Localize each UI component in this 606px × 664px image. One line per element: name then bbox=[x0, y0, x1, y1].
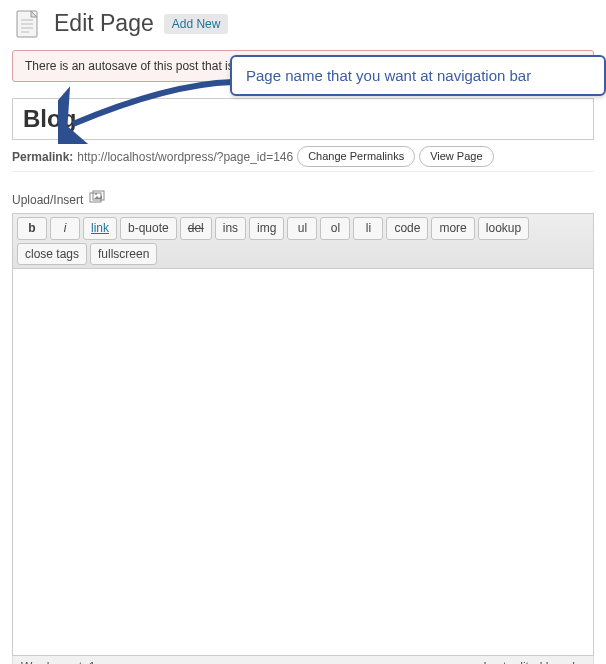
qt-more-button[interactable]: more bbox=[431, 217, 474, 239]
add-media-icon[interactable] bbox=[89, 190, 105, 209]
qt-img-button[interactable]: img bbox=[249, 217, 284, 239]
qt-italic-button[interactable]: i bbox=[50, 217, 80, 239]
qt-bquote-button[interactable]: b-quote bbox=[120, 217, 177, 239]
qt-li-button[interactable]: li bbox=[353, 217, 383, 239]
title-input[interactable] bbox=[23, 103, 583, 135]
annotation-callout: Page name that you want at navigation ba… bbox=[230, 55, 606, 96]
qt-fullscreen-button[interactable]: fullscreen bbox=[90, 243, 157, 265]
page-icon bbox=[12, 8, 44, 40]
title-wrap bbox=[12, 98, 594, 140]
add-new-button[interactable]: Add New bbox=[164, 14, 229, 34]
upload-insert-row: Upload/Insert bbox=[12, 190, 594, 209]
change-permalinks-button[interactable]: Change Permalinks bbox=[297, 146, 415, 167]
qt-ins-button[interactable]: ins bbox=[215, 217, 246, 239]
quicktags-toolbar: b i link b-quote del ins img ul ol li co… bbox=[12, 213, 594, 268]
qt-close-tags-button[interactable]: close tags bbox=[17, 243, 87, 265]
content-editor[interactable] bbox=[12, 268, 594, 656]
qt-ul-button[interactable]: ul bbox=[287, 217, 317, 239]
editor-status-bar: Word count: 1 Last edited by adm bbox=[12, 656, 594, 664]
qt-lookup-button[interactable]: lookup bbox=[478, 217, 529, 239]
permalink-row: Permalink: http://localhost/wordpress/?p… bbox=[12, 146, 594, 172]
permalink-label: Permalink: bbox=[12, 150, 73, 164]
page-header: Edit Page Add New bbox=[12, 8, 594, 40]
qt-bold-button[interactable]: b bbox=[17, 217, 47, 239]
permalink-url: http://localhost/wordpress/?page_id=146 bbox=[77, 150, 293, 164]
word-count: Word count: 1 bbox=[21, 660, 96, 664]
upload-insert-label: Upload/Insert bbox=[12, 193, 83, 207]
qt-link-button[interactable]: link bbox=[83, 217, 117, 239]
qt-code-button[interactable]: code bbox=[386, 217, 428, 239]
qt-ol-button[interactable]: ol bbox=[320, 217, 350, 239]
svg-point-7 bbox=[95, 193, 97, 195]
view-page-button[interactable]: View Page bbox=[419, 146, 493, 167]
page-title: Edit Page bbox=[54, 11, 154, 36]
qt-del-button[interactable]: del bbox=[180, 217, 212, 239]
last-edited: Last edited by adm bbox=[484, 660, 585, 664]
